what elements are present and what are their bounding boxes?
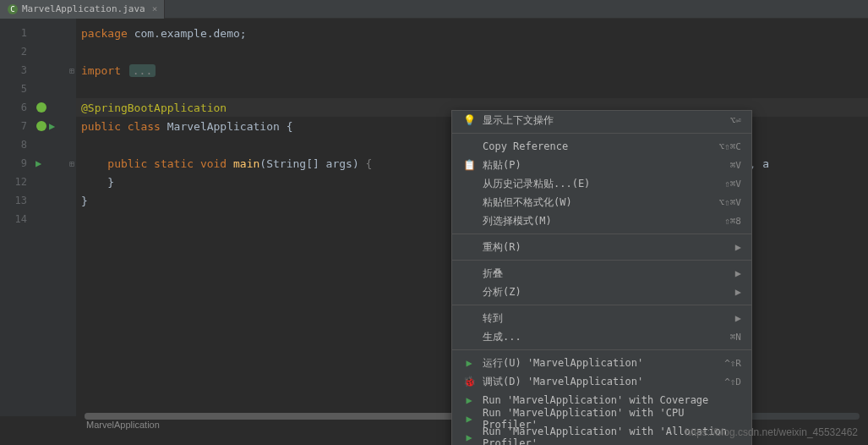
- code-line: import ...: [76, 61, 868, 80]
- line-number: 1: [0, 27, 34, 39]
- spring-boot-icon[interactable]: [35, 120, 47, 132]
- close-tab-icon[interactable]: ×: [152, 3, 158, 14]
- chevron-right-icon: ▶: [735, 267, 741, 279]
- clipboard-icon: 📋: [462, 159, 476, 171]
- line-number: 6: [0, 102, 34, 113]
- line-number: 9: [0, 157, 34, 169]
- line-number: 8: [0, 139, 34, 151]
- menu-column-select[interactable]: 列选择模式(M)⇧⌘8: [452, 212, 751, 230]
- svg-text:C: C: [10, 5, 14, 14]
- menu-analyze[interactable]: 分析(Z)▶: [452, 283, 751, 301]
- java-class-icon: C: [7, 3, 19, 15]
- profiler-icon: ▶: [462, 431, 476, 443]
- menu-debug[interactable]: 🐞调试(D) 'MarvelApplication'^⇧D: [452, 372, 751, 391]
- fold-icon[interactable]: ⊞: [69, 159, 74, 168]
- menu-goto[interactable]: 转到▶: [452, 309, 751, 327]
- watermark: https://blog.csdn.net/weixin_45532462: [685, 426, 858, 438]
- menu-separator: [452, 233, 751, 234]
- chevron-right-icon: ▶: [735, 286, 741, 298]
- menu-separator: [452, 133, 751, 134]
- debug-icon: 🐞: [462, 376, 476, 387]
- context-menu: 💡 显示上下文操作 ⌥⏎ Copy Reference⌥⇧⌘C 📋粘贴(P)⌘V…: [451, 110, 752, 445]
- line-number: 12: [0, 176, 34, 188]
- bulb-icon: 💡: [462, 114, 476, 126]
- profiler-icon: ▶: [462, 413, 476, 425]
- menu-fold[interactable]: 折叠▶: [452, 264, 751, 283]
- line-number: 7: [0, 120, 34, 132]
- menu-separator: [452, 305, 751, 305]
- menu-separator: [452, 260, 751, 261]
- run-gutter-icon[interactable]: ▶: [35, 157, 41, 169]
- code-line: [76, 80, 868, 98]
- menu-refactor[interactable]: 重构(R)▶: [452, 238, 751, 256]
- tab-filename: MarvelApplication.java: [22, 3, 145, 14]
- menu-separator: [452, 349, 751, 350]
- breadcrumb[interactable]: MarvelApplication: [76, 416, 170, 433]
- menu-show-context-actions[interactable]: 💡 显示上下文操作 ⌥⏎: [452, 111, 751, 129]
- run-gutter-icon[interactable]: ▶: [49, 120, 55, 132]
- menu-run[interactable]: ▶运行(U) 'MarvelApplication'^⇧R: [452, 354, 751, 372]
- spring-boot-icon[interactable]: [35, 102, 47, 113]
- code-line: [76, 42, 868, 61]
- folded-region[interactable]: ...: [129, 64, 156, 77]
- tab-bar: C MarvelApplication.java ×: [0, 0, 868, 19]
- menu-generate[interactable]: 生成...⌘N: [452, 327, 751, 346]
- menu-paste[interactable]: 📋粘贴(P)⌘V: [452, 156, 751, 174]
- chevron-right-icon: ▶: [735, 312, 741, 324]
- coverage-icon: ▶: [462, 394, 476, 406]
- svg-point-2: [36, 102, 46, 113]
- line-number: 5: [0, 83, 34, 95]
- code-line: package com.example.demo;: [76, 24, 868, 42]
- line-number: 14: [0, 213, 34, 225]
- menu-paste-plain[interactable]: 粘贴但不格式化(W)⌥⇧⌘V: [452, 193, 751, 212]
- fold-icon[interactable]: ⊞: [69, 66, 74, 75]
- line-number: 3: [0, 64, 34, 76]
- line-number: 13: [0, 195, 34, 206]
- line-number: 2: [0, 46, 34, 58]
- chevron-right-icon: ▶: [735, 241, 741, 253]
- svg-point-3: [36, 121, 46, 131]
- menu-copy-reference[interactable]: Copy Reference⌥⇧⌘C: [452, 137, 751, 156]
- menu-paste-history[interactable]: 从历史记录粘贴...(E)⇧⌘V: [452, 174, 751, 193]
- gutter: 1 2 3⊞ 5 6 7 ▶ 8 9 ▶ ⊞ 12 13 14: [0, 19, 76, 416]
- file-tab[interactable]: C MarvelApplication.java ×: [0, 0, 165, 19]
- run-icon: ▶: [462, 357, 476, 369]
